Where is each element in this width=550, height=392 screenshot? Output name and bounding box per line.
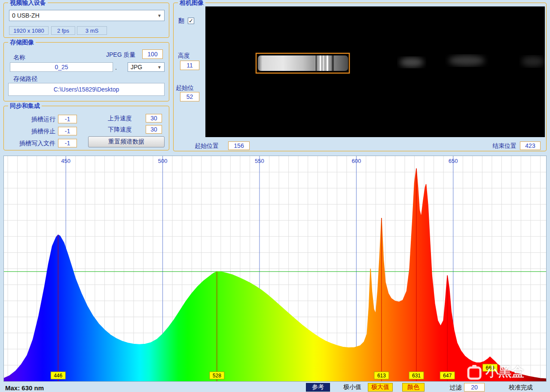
peak-label: 647	[440, 372, 455, 379]
min-value-button[interactable]: 极小值	[341, 383, 364, 392]
start-row-label: 起始位	[176, 84, 194, 92]
fps-info: 2 fps	[51, 26, 75, 35]
end-pos-value[interactable]: 423	[520, 141, 541, 150]
reset-spectrum-button[interactable]: 重置频谱数据	[88, 136, 165, 147]
slot-run-label: 插槽运行	[8, 116, 55, 123]
jpeg-quality-label: JPEG 质量	[106, 51, 135, 59]
svg-text:631: 631	[412, 373, 421, 379]
camera-panel: 相机图像 翻 高度 11 起始位 52	[173, 3, 547, 151]
svg-text:650: 650	[449, 158, 458, 164]
exposure-info: 3 mS	[77, 26, 107, 35]
slot-write-file-input[interactable]: -1	[58, 139, 77, 147]
rise-speed-label: 上升速度	[108, 115, 132, 122]
device-select-value: 0 USB-ZH	[12, 12, 40, 19]
camera-image[interactable]	[205, 6, 545, 137]
peak-label: 669	[483, 364, 497, 371]
resolution-info: 1920 x 1080	[9, 26, 49, 35]
save-path-label: 存储路径	[13, 75, 37, 83]
peak-label: 446	[51, 372, 65, 379]
start-pos-label: 起始位置	[195, 142, 219, 150]
save-image-panel: 存储图像 名称 JPEG 质量 100 0_25 . JPG ▼ 存储路径 C:…	[3, 42, 169, 101]
spectrum-chart-container: 446528613631647669450500550600650	[3, 156, 547, 382]
video-input-panel: 视频输入设备 0 USB-ZH ▼ 1920 x 1080 2 fps 3 mS	[3, 3, 169, 38]
filter-label: 过滤	[449, 384, 461, 392]
strip-height-label: 高度	[178, 52, 190, 60]
fall-speed-label: 下降速度	[108, 126, 132, 134]
fall-speed-input[interactable]: 30	[146, 125, 162, 134]
end-pos-label: 结束位置	[492, 142, 516, 150]
max-wavelength-readout: Max: 630 nm	[5, 384, 44, 392]
chevron-down-icon: ▼	[157, 65, 162, 70]
save-path-field[interactable]: C:\Users\15829\Desktop	[8, 83, 165, 96]
slot-write-file-label: 插槽写入文件	[8, 140, 55, 147]
panel-title-video-input: 视频输入设备	[8, 0, 48, 7]
strip-height-input[interactable]: 11	[180, 61, 199, 70]
svg-text:613: 613	[377, 373, 386, 379]
spectrum-strip	[258, 55, 348, 71]
svg-text:550: 550	[255, 158, 264, 164]
spectrum-chart[interactable]: 446528613631647669450500550600650	[4, 156, 546, 381]
svg-text:500: 500	[158, 158, 168, 164]
svg-text:446: 446	[54, 373, 62, 379]
panel-title-save-image: 存储图像	[8, 39, 36, 46]
slot-stop-label: 插槽停止	[8, 128, 55, 135]
rise-speed-input[interactable]: 30	[146, 114, 162, 122]
filename-dot: .	[115, 64, 117, 71]
slot-run-input[interactable]: -1	[58, 115, 77, 123]
max-value-button[interactable]: 极大值	[368, 383, 393, 392]
filename-input[interactable]: 0_25	[10, 62, 113, 72]
device-select[interactable]: 0 USB-ZH ▼	[9, 10, 165, 21]
svg-text:669: 669	[486, 365, 494, 371]
svg-text:647: 647	[443, 373, 452, 379]
extension-select-value: JPG	[131, 64, 142, 70]
flip-checkbox[interactable]	[188, 18, 194, 24]
filter-input[interactable]: 20	[464, 383, 485, 392]
flip-label: 翻	[178, 17, 184, 25]
svg-text:600: 600	[351, 158, 361, 164]
svg-text:450: 450	[61, 158, 70, 164]
reference-button[interactable]: 参考	[306, 383, 330, 392]
sync-panel: 同步和集成 插槽运行 -1 插槽停止 -1 插槽写入文件 -1 上升速度 30 …	[3, 106, 169, 150]
peak-label: 631	[409, 372, 424, 379]
panel-title-camera: 相机图像	[178, 0, 205, 7]
peak-label: 528	[210, 372, 224, 379]
slot-stop-input[interactable]: -1	[58, 127, 77, 135]
svg-text:528: 528	[213, 373, 221, 379]
calibration-status: 校准完成	[509, 384, 533, 392]
jpeg-quality-input[interactable]: 100	[142, 49, 163, 59]
extension-select[interactable]: JPG ▼	[128, 62, 165, 72]
peak-label: 613	[374, 372, 389, 379]
camera-image-canvas	[205, 6, 545, 137]
color-button[interactable]: 颜色	[402, 383, 425, 392]
start-pos-value[interactable]: 156	[228, 141, 250, 150]
panel-title-sync: 同步和集成	[8, 102, 42, 110]
start-row-input[interactable]: 52	[180, 92, 199, 101]
chevron-down-icon: ▼	[157, 13, 162, 18]
name-label: 名称	[13, 54, 25, 61]
